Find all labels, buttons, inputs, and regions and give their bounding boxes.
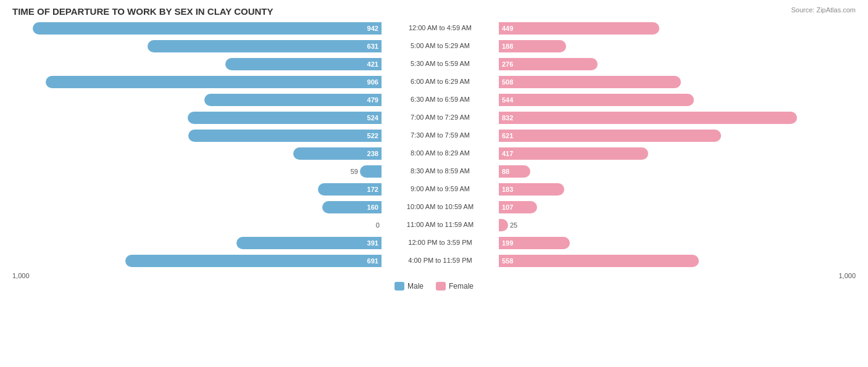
female-value: 88: [499, 168, 512, 175]
source-label: Source: ZipAtlas.com: [791, 6, 856, 14]
time-label: 8:00 AM to 8:29 AM: [382, 149, 499, 157]
female-value: 832: [499, 114, 516, 122]
male-bar: 160: [322, 201, 382, 213]
time-label: 8:30 AM to 8:59 AM: [382, 167, 499, 175]
time-label: 5:30 AM to 5:59 AM: [382, 60, 499, 68]
time-label: 12:00 AM to 4:59 AM: [382, 24, 499, 32]
male-value: 479: [364, 96, 382, 104]
bar-row: 6315:00 AM to 5:29 AM188: [12, 38, 856, 54]
bar-row: 5247:00 AM to 7:29 AM832: [12, 110, 856, 126]
female-bar: 417: [499, 147, 648, 160]
male-bar: 391: [236, 237, 382, 249]
time-label: 4:00 PM to 11:59 PM: [382, 257, 499, 265]
x-axis-right-label: 1,000: [499, 272, 856, 279]
chart-title: TIME OF DEPARTURE TO WORK BY SEX IN CLAY…: [12, 6, 856, 17]
female-value: 276: [499, 60, 516, 68]
male-value: 391: [364, 239, 382, 247]
female-bar: 276: [499, 58, 598, 70]
male-value: 160: [364, 204, 382, 211]
female-value: 558: [499, 257, 516, 265]
legend-male-box: [394, 282, 404, 291]
time-label: 9:00 AM to 9:59 AM: [382, 185, 499, 193]
male-bar: 238: [293, 147, 382, 160]
x-axis: 1,000 1,000: [12, 272, 856, 279]
male-bar: 522: [188, 130, 382, 142]
time-label: 6:00 AM to 6:29 AM: [382, 78, 499, 86]
male-bar: 479: [204, 94, 382, 106]
bar-row: 39112:00 PM to 3:59 PM199: [12, 235, 856, 251]
male-value: 238: [364, 150, 382, 157]
male-value: 691: [364, 257, 382, 265]
bar-row: 94212:00 AM to 4:59 AM449: [12, 20, 856, 36]
female-bar: 449: [499, 22, 659, 35]
female-value: 621: [499, 132, 516, 139]
male-value: 0: [376, 221, 380, 229]
bar-row: 9066:00 AM to 6:29 AM508: [12, 74, 856, 90]
bar-row: 2388:00 AM to 8:29 AM417: [12, 146, 856, 162]
female-bar: 508: [499, 76, 681, 88]
male-value: 906: [364, 78, 382, 86]
bar-row: 6914:00 PM to 11:59 PM558: [12, 253, 856, 269]
female-bar: 544: [499, 94, 694, 106]
male-bar: 942: [33, 22, 382, 35]
male-bar: 59: [360, 165, 382, 178]
male-value: 522: [364, 132, 382, 139]
female-bar: 107: [499, 201, 537, 213]
male-value: 942: [364, 25, 382, 32]
bar-row: 4796:30 AM to 6:59 AM544: [12, 92, 856, 108]
bar-row: 598:30 AM to 8:59 AM88: [12, 163, 856, 179]
bar-row: 5227:30 AM to 7:59 AM621: [12, 128, 856, 144]
male-value: 524: [364, 114, 382, 122]
time-label: 10:00 AM to 10:59 AM: [382, 203, 499, 211]
legend: Male Female: [12, 282, 856, 291]
male-value: 421: [364, 60, 382, 68]
female-bar: 188: [499, 40, 566, 52]
legend-female-label: Female: [449, 282, 474, 291]
time-label: 7:00 AM to 7:29 AM: [382, 113, 499, 122]
legend-female-box: [436, 282, 446, 291]
female-bar: 621: [499, 130, 721, 142]
time-label: 7:30 AM to 7:59 AM: [382, 131, 499, 139]
time-label: 11:00 AM to 11:59 AM: [382, 221, 499, 229]
female-value: 188: [499, 43, 516, 50]
male-bar: 524: [188, 112, 382, 124]
bar-row: 1729:00 AM to 9:59 AM183: [12, 181, 856, 197]
time-label: 6:30 AM to 6:59 AM: [382, 96, 499, 104]
male-value: 59: [351, 168, 358, 175]
female-bar: 832: [499, 112, 797, 124]
female-value: 25: [510, 221, 517, 229]
chart-area: 94212:00 AM to 4:59 AM4496315:00 AM to 5…: [12, 20, 856, 269]
male-bar: 172: [318, 183, 382, 196]
male-value: 631: [364, 43, 382, 50]
female-bar: 558: [499, 255, 699, 267]
time-label: 5:00 AM to 5:29 AM: [382, 42, 499, 50]
male-bar: 631: [148, 40, 382, 52]
x-axis-left-label: 1,000: [12, 272, 382, 279]
legend-female: Female: [436, 282, 474, 291]
female-value: 107: [499, 204, 516, 211]
female-value: 183: [499, 186, 516, 193]
female-value: 449: [499, 25, 516, 32]
male-bar: 421: [225, 58, 382, 70]
female-bar: 183: [499, 183, 564, 196]
bar-row: 16010:00 AM to 10:59 AM107: [12, 199, 856, 215]
male-bar: 691: [125, 255, 382, 267]
bar-row: 4215:30 AM to 5:59 AM276: [12, 56, 856, 72]
female-value: 199: [499, 239, 516, 247]
female-value: 508: [499, 78, 516, 86]
bar-row: 011:00 AM to 11:59 AM25: [12, 217, 856, 233]
legend-male-label: Male: [407, 282, 424, 291]
male-value: 172: [364, 186, 382, 193]
female-bar: 25: [499, 219, 508, 231]
female-value: 544: [499, 96, 516, 104]
male-bar: 906: [46, 76, 382, 88]
legend-male: Male: [394, 282, 424, 291]
female-bar: 88: [499, 165, 530, 178]
chart-container: TIME OF DEPARTURE TO WORK BY SEX IN CLAY…: [0, 0, 868, 367]
female-bar: 199: [499, 237, 570, 249]
female-value: 417: [499, 150, 516, 157]
time-label: 12:00 PM to 3:59 PM: [382, 239, 499, 247]
